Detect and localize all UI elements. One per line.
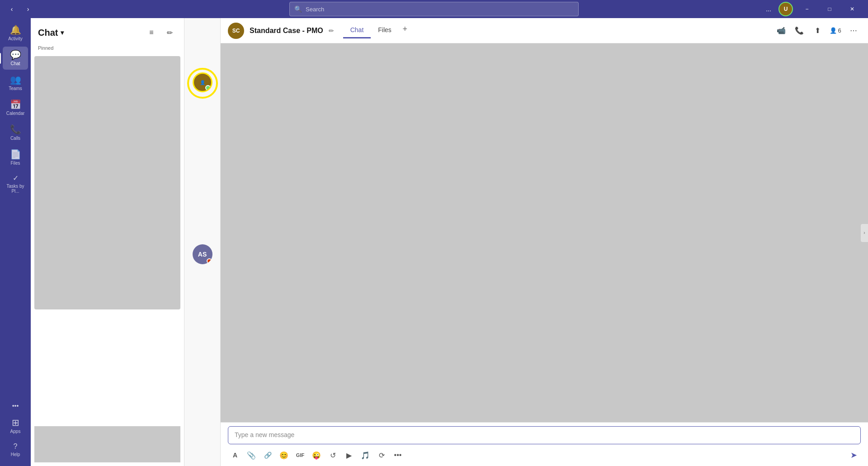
sidebar-item-calendar[interactable]: 📅 Calendar bbox=[3, 96, 28, 119]
search-input[interactable] bbox=[306, 6, 574, 13]
chat-list-panel: Chat ▾ ≡ ✏ Pinned bbox=[31, 18, 184, 466]
compose-icon: ✏ bbox=[167, 29, 173, 37]
send-icon: ➤ bbox=[850, 450, 857, 460]
attach-button[interactable]: 📎 bbox=[244, 448, 259, 462]
add-tab-button[interactable]: + bbox=[399, 23, 411, 35]
sidebar-label-calls: Calls bbox=[10, 136, 20, 141]
chat-main: SC Standard Case - PMO ✏ Chat Files + 📹 … bbox=[221, 18, 868, 466]
participant-avatar-1[interactable]: 👤 bbox=[193, 72, 212, 92]
avatar-image-1: 👤 bbox=[200, 80, 205, 85]
nav-controls: ‹ › bbox=[5, 3, 34, 15]
status-indicator-2 bbox=[207, 258, 212, 264]
search-icon: 🔍 bbox=[294, 5, 302, 13]
members-button[interactable]: 👤 6 bbox=[828, 24, 843, 38]
screen-share-icon: ⬆ bbox=[815, 26, 821, 35]
audio-call-button[interactable]: 📞 bbox=[792, 24, 807, 38]
tab-chat[interactable]: Chat bbox=[343, 23, 371, 38]
maximize-button[interactable]: □ bbox=[819, 0, 840, 18]
chat-input-area: Type a new message A 📎 🔗 😊 GIF bbox=[221, 422, 868, 466]
sidebar-item-tasks[interactable]: ✓ Tasks by Pl... bbox=[3, 171, 28, 197]
toolbar-more-icon: ••• bbox=[394, 451, 402, 459]
more-icon: ... bbox=[766, 5, 771, 13]
chat-main-actions: 📹 📞 ⬆ 👤 6 ⋯ bbox=[774, 24, 861, 38]
sticker-icon: 😜 bbox=[312, 451, 321, 460]
more-actions-button[interactable]: ⋯ bbox=[846, 24, 861, 38]
chat-list-bottom-placeholder bbox=[34, 426, 180, 462]
loop-icon: ↺ bbox=[330, 451, 336, 460]
sidebar: 🔔 Activity 💬 Chat 👥 Teams 📅 Calendar 📞 C… bbox=[0, 18, 31, 466]
pinned-label: Pinned bbox=[38, 45, 177, 51]
priority-button[interactable]: ▶ bbox=[342, 448, 356, 462]
sidebar-item-calls[interactable]: 📞 Calls bbox=[3, 121, 28, 144]
forward-button[interactable]: › bbox=[22, 3, 34, 15]
participant-avatar-2[interactable]: AS bbox=[193, 244, 212, 264]
tab-files[interactable]: Files bbox=[371, 23, 399, 38]
status-indicator-1 bbox=[205, 85, 211, 90]
schedule-button[interactable]: ⟳ bbox=[374, 448, 389, 462]
help-icon: ? bbox=[14, 443, 18, 450]
link-button[interactable]: 🔗 bbox=[260, 448, 275, 462]
chat-group-avatar: SC bbox=[228, 23, 244, 39]
loop-button[interactable]: ↺ bbox=[326, 448, 340, 462]
sidebar-item-files[interactable]: 📄 Files bbox=[3, 146, 28, 169]
schedule-icon: ⟳ bbox=[379, 451, 385, 460]
sidebar-bottom: ••• ⊞ Apps ? Help bbox=[3, 399, 28, 466]
chat-dropdown-icon: ▾ bbox=[61, 29, 64, 36]
chat-list-content[interactable] bbox=[31, 56, 184, 423]
toolbar-more-button[interactable]: ••• bbox=[391, 448, 405, 462]
chat-title-text: Chat bbox=[38, 28, 58, 38]
send-button[interactable]: ➤ bbox=[846, 448, 861, 462]
app-container: 🔔 Activity 💬 Chat 👥 Teams 📅 Calendar 📞 C… bbox=[0, 18, 868, 466]
more-options-button[interactable]: ... bbox=[762, 3, 775, 15]
chat-toolbar: A 📎 🔗 😊 GIF 😜 ↺ bbox=[221, 446, 868, 466]
sidebar-item-help[interactable]: ? Help bbox=[3, 439, 28, 461]
sidebar-label-calendar: Calendar bbox=[6, 111, 25, 116]
sidebar-item-chat[interactable]: 💬 Chat bbox=[3, 47, 28, 70]
attach-icon: 📎 bbox=[247, 451, 256, 460]
chat-header-actions: ≡ ✏ bbox=[144, 25, 177, 40]
chat-list-placeholder bbox=[34, 56, 180, 309]
user-avatar[interactable]: U bbox=[778, 2, 793, 16]
sidebar-label-apps: Apps bbox=[10, 429, 21, 434]
edit-name-icon[interactable]: ✏ bbox=[329, 27, 334, 34]
teams-icon: 👥 bbox=[10, 75, 21, 84]
phone-icon: 📞 bbox=[795, 26, 804, 35]
sidebar-item-more[interactable]: ••• bbox=[3, 399, 28, 413]
filter-button[interactable]: ≡ bbox=[144, 25, 159, 40]
people-icon: 👤 bbox=[830, 27, 837, 34]
activity-icon: 🔔 bbox=[10, 25, 21, 34]
annotated-avatar-container: 👤 bbox=[193, 72, 212, 92]
chat-panel-title[interactable]: Chat ▾ bbox=[38, 28, 64, 38]
close-button[interactable]: ✕ bbox=[842, 0, 863, 18]
emoji-button[interactable]: 😊 bbox=[277, 448, 291, 462]
sidebar-item-teams[interactable]: 👥 Teams bbox=[3, 71, 28, 95]
sidebar-label-chat: Chat bbox=[10, 61, 20, 66]
compose-button[interactable]: ✏ bbox=[162, 25, 177, 40]
message-input-box[interactable]: Type a new message bbox=[228, 426, 861, 444]
sidebar-label-files: Files bbox=[10, 161, 20, 166]
link-icon: 🔗 bbox=[264, 452, 272, 459]
message-placeholder: Type a new message bbox=[235, 431, 294, 438]
format-text-button[interactable]: A bbox=[228, 448, 242, 462]
screen-share-button[interactable]: ⬆ bbox=[810, 24, 825, 38]
video-call-button[interactable]: 📹 bbox=[774, 24, 788, 38]
back-button[interactable]: ‹ bbox=[5, 3, 18, 15]
calls-icon: 📞 bbox=[10, 125, 21, 134]
title-bar-right: ... U − □ ✕ bbox=[762, 0, 863, 18]
search-container: 🔍 bbox=[289, 2, 579, 16]
participants-panel: 👤 AS bbox=[184, 18, 221, 466]
chat-group-name[interactable]: Standard Case - PMO bbox=[250, 27, 323, 35]
sidebar-item-apps[interactable]: ⊞ Apps bbox=[3, 414, 28, 437]
minimize-button[interactable]: − bbox=[797, 0, 817, 18]
sidebar-item-activity[interactable]: 🔔 Activity bbox=[3, 22, 28, 45]
collapse-handle[interactable]: › bbox=[861, 224, 868, 242]
audio-message-button[interactable]: 🎵 bbox=[358, 448, 373, 462]
title-bar: ‹ › 🔍 ... U − □ ✕ bbox=[0, 0, 868, 18]
gif-button[interactable]: GIF bbox=[293, 448, 307, 462]
sidebar-label-activity: Activity bbox=[8, 36, 23, 41]
sidebar-label-teams: Teams bbox=[9, 86, 22, 91]
search-bar[interactable]: 🔍 bbox=[289, 2, 579, 16]
chat-messages-area[interactable]: › bbox=[221, 43, 868, 422]
format-icon: A bbox=[233, 452, 237, 459]
sticker-button[interactable]: 😜 bbox=[309, 448, 324, 462]
